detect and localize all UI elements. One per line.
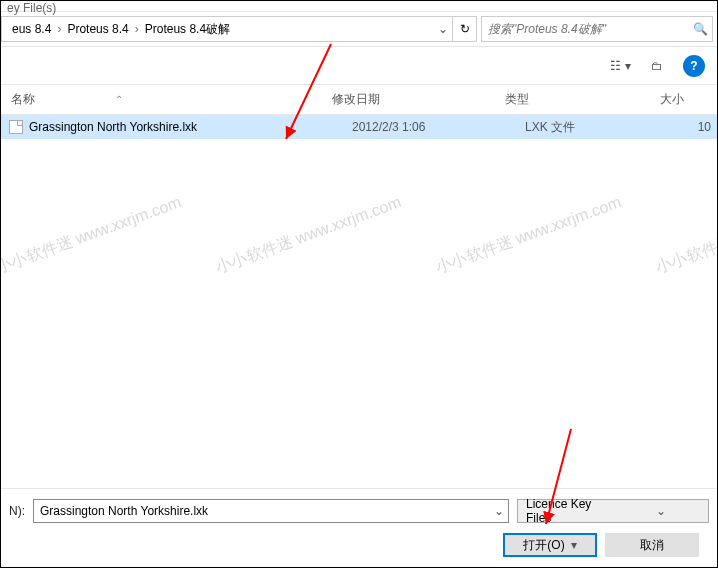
open-button-label: 打开(O) <box>523 537 564 554</box>
column-header-type[interactable]: 类型 <box>495 91 650 108</box>
help-icon[interactable]: ? <box>683 55 705 77</box>
file-name-text: Grassington North Yorkshire.lxk <box>29 120 197 134</box>
address-bar: eus 8.4 › Proteus 8.4 › Proteus 8.4破解 ⌄ … <box>1 11 717 47</box>
chevron-down-icon[interactable]: ⌄ <box>490 504 508 518</box>
title-bar: ey File(s) <box>1 1 717 11</box>
watermark-text: 小小软件迷 www.xxrjm.com <box>433 192 624 279</box>
file-row[interactable]: Grassington North Yorkshire.lxk 2012/2/3… <box>1 115 717 139</box>
breadcrumb[interactable]: eus 8.4 › Proteus 8.4 › Proteus 8.4破解 ⌄ … <box>1 16 477 42</box>
refresh-icon[interactable]: ↻ <box>452 16 476 42</box>
open-button[interactable]: 打开(O) ▾ <box>503 533 597 557</box>
watermark-text: 小小软件迷 www.xxrjm.com <box>213 192 404 279</box>
bottom-bar: N): ⌄ Licence Key Files ⌄ 打开(O) ▾ 取消 <box>1 488 717 567</box>
toolbar: ☷ ▾ 🗀 ? <box>1 47 717 85</box>
view-mode-button[interactable]: ☷ ▾ <box>610 59 631 73</box>
column-header-size[interactable]: 大小 <box>650 91 711 108</box>
header-name-label: 名称 <box>11 91 35 108</box>
file-list: Grassington North Yorkshire.lxk 2012/2/3… <box>1 115 717 395</box>
watermark-text: 小小软件迷 www.xxrjm.com <box>0 192 184 279</box>
dropdown-icon: ▾ <box>625 59 631 73</box>
crumb-0[interactable]: eus 8.4 <box>6 22 57 36</box>
filename-input[interactable] <box>34 504 490 518</box>
search-input[interactable] <box>482 22 688 36</box>
file-name-cell: Grassington North Yorkshire.lxk <box>1 120 322 134</box>
column-header-date[interactable]: 修改日期 <box>322 91 495 108</box>
filter-text: Licence Key Files <box>518 497 613 525</box>
folder-options-icon[interactable]: 🗀 <box>651 59 663 73</box>
button-row: 打开(O) ▾ 取消 <box>9 533 709 557</box>
column-header-row: 名称 ⌃ 修改日期 类型 大小 <box>1 85 717 115</box>
filename-label: N): <box>9 504 25 518</box>
crumb-1[interactable]: Proteus 8.4 <box>61 22 134 36</box>
split-dropdown-icon[interactable]: ▾ <box>571 538 577 552</box>
title-fragment: ey File(s) <box>7 1 56 15</box>
history-dropdown-icon[interactable]: ⌄ <box>434 22 452 36</box>
search-icon[interactable]: 🔍 <box>688 22 712 36</box>
cancel-button[interactable]: 取消 <box>605 533 699 557</box>
chevron-down-icon[interactable]: ⌄ <box>613 504 708 518</box>
filename-combobox[interactable]: ⌄ <box>33 499 509 523</box>
crumb-2[interactable]: Proteus 8.4破解 <box>139 21 236 38</box>
watermark-text: 小小软件迷 www.xxrjm.com <box>653 192 718 279</box>
list-icon: ☷ <box>610 59 621 73</box>
search-box[interactable]: 🔍 <box>481 16 713 42</box>
filter-combobox[interactable]: Licence Key Files ⌄ <box>517 499 709 523</box>
sort-indicator-icon: ⌃ <box>115 94 123 105</box>
file-type-cell: LXK 文件 <box>495 119 650 136</box>
file-icon <box>9 120 23 134</box>
filename-row: N): ⌄ Licence Key Files ⌄ <box>9 499 709 523</box>
file-date-cell: 2012/2/3 1:06 <box>322 120 495 134</box>
column-header-name[interactable]: 名称 ⌃ <box>1 91 322 108</box>
file-size-cell: 10 <box>650 120 717 134</box>
